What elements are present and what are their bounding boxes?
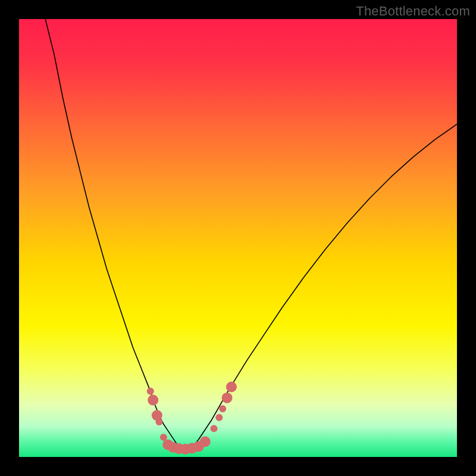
curve-marker — [219, 405, 226, 412]
curve-marker — [222, 393, 233, 403]
gradient-background — [19, 19, 457, 457]
curve-marker — [215, 414, 223, 421]
curve-marker — [148, 394, 158, 405]
curve-marker — [156, 418, 163, 425]
outer-black-frame: TheBottleneck.com — [0, 0, 476, 476]
curve-marker — [147, 388, 154, 395]
curve-marker — [200, 436, 211, 447]
bottleneck-chart-svg — [19, 19, 457, 457]
curve-marker — [211, 425, 218, 432]
curve-marker — [226, 381, 237, 392]
attribution-label: TheBottleneck.com — [356, 4, 470, 19]
plot-area — [19, 19, 457, 457]
